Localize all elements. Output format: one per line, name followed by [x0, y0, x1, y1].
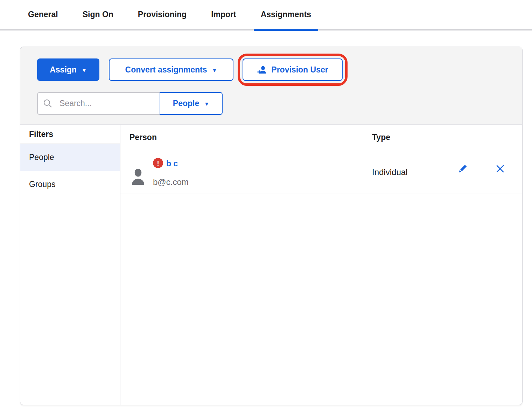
- caret-down-icon: ▼: [204, 101, 209, 107]
- toolbar-button-row: Assign ▼ Convert assignments ▼ Provi: [37, 54, 522, 86]
- search-scope-label: People: [173, 99, 199, 108]
- edit-assignment-button[interactable]: [458, 164, 468, 174]
- assignments-panel: Assign ▼ Convert assignments ▼ Provi: [20, 47, 523, 405]
- column-header-type: Type: [372, 125, 390, 150]
- assignments-content: Filters People Groups Person Type ! b: [20, 125, 522, 405]
- person-name-link[interactable]: b c: [166, 159, 178, 168]
- search-input[interactable]: [37, 92, 160, 115]
- person-email: b@c.com: [153, 177, 189, 187]
- person-avatar-icon: [132, 168, 145, 186]
- tab-import[interactable]: Import: [204, 0, 243, 31]
- error-badge: !: [153, 158, 163, 168]
- filter-item-groups[interactable]: Groups: [20, 171, 120, 198]
- assignment-type: Individual: [372, 167, 407, 177]
- assign-button-label: Assign: [50, 65, 77, 75]
- filters-sidebar: Filters People Groups: [20, 125, 120, 405]
- filter-item-people[interactable]: People: [20, 144, 120, 171]
- app-tab-bar: General Sign On Provisioning Import Assi…: [0, 0, 532, 30]
- table-header-row: Person Type: [120, 125, 522, 150]
- provision-user-icon: [257, 65, 267, 75]
- error-badge-glyph: !: [157, 160, 159, 167]
- remove-assignment-button[interactable]: [496, 165, 504, 174]
- tab-assignments[interactable]: Assignments: [254, 0, 318, 31]
- assign-button[interactable]: Assign ▼: [37, 58, 99, 81]
- remove-x-icon: [496, 169, 504, 174]
- table-row: ! b c b@c.com Individual: [120, 150, 522, 194]
- provision-user-button[interactable]: Provision User: [243, 58, 343, 81]
- assignments-toolbar: Assign ▼ Convert assignments ▼ Provi: [20, 47, 522, 125]
- tab-provisioning[interactable]: Provisioning: [131, 0, 194, 31]
- search-icon: [43, 99, 52, 110]
- caret-down-icon: ▼: [82, 67, 87, 73]
- search-row: People ▼: [37, 92, 522, 115]
- tab-general[interactable]: General: [21, 0, 65, 31]
- filters-title: Filters: [20, 125, 120, 144]
- convert-assignments-label: Convert assignments: [125, 65, 207, 75]
- assignments-table: Person Type ! b c b@c.com Individual: [120, 125, 522, 405]
- tab-sign-on[interactable]: Sign On: [76, 0, 120, 31]
- provision-user-label: Provision User: [271, 65, 328, 75]
- edit-pencil-icon: [458, 169, 468, 174]
- convert-assignments-button[interactable]: Convert assignments ▼: [109, 58, 233, 81]
- search-box: [37, 92, 160, 115]
- red-highlight-annotation: Provision User: [238, 54, 348, 86]
- column-header-person: Person: [130, 125, 157, 150]
- search-scope-dropdown[interactable]: People ▼: [160, 92, 223, 115]
- caret-down-icon: ▼: [212, 67, 217, 73]
